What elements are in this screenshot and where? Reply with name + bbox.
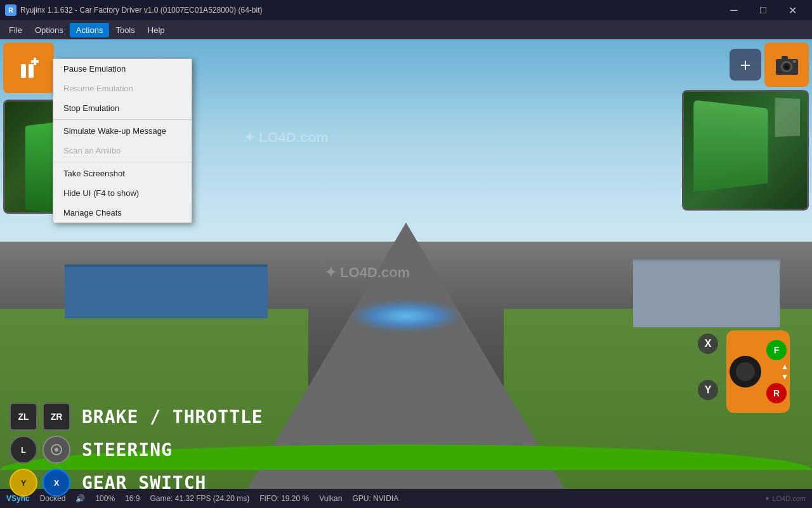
portal-effect: [349, 300, 463, 332]
stick-knob: [736, 362, 755, 381]
menu-tools[interactable]: Tools: [109, 23, 141, 37]
actions-dropdown-menu: Pause Emulation Resume Emulation Stop Em…: [53, 58, 192, 223]
menu-actions[interactable]: Actions: [70, 23, 110, 37]
f-button[interactable]: F: [766, 340, 787, 360]
camera-icon: [773, 51, 801, 79]
close-button[interactable]: ✕: [778, 0, 807, 20]
up-arrow-icon: ▲: [781, 362, 789, 371]
l-button: L: [10, 436, 37, 464]
minimize-button[interactable]: ─: [719, 0, 749, 20]
brake-label: BRAKE / THROTTLE: [82, 407, 263, 427]
plus-icon: ＋: [737, 53, 754, 77]
svg-rect-12: [782, 56, 788, 60]
window-title: Ryujinx 1.1.632 - Car Factory Driver v1.…: [20, 6, 719, 15]
menu-resume-emulation: Resume Emulation: [53, 79, 192, 98]
menu-hide-ui[interactable]: Hide UI (F4 to show): [53, 183, 192, 203]
menu-stop-emulation[interactable]: Stop Emulation: [53, 98, 192, 118]
menubar: File Options Actions Tools Help: [0, 20, 812, 39]
gear-label: GEAR SWITCH: [82, 472, 206, 493]
building-left: [65, 264, 268, 318]
svg-text:R: R: [8, 7, 13, 14]
menu-file[interactable]: File: [3, 23, 29, 37]
steering-label: STEERING: [82, 440, 173, 460]
svg-rect-6: [21, 64, 26, 78]
hud-row-brake: ZL ZR BRAKE / THROTTLE: [0, 400, 812, 433]
menu-options[interactable]: Options: [29, 23, 70, 37]
y-hud-button: Y: [10, 469, 37, 497]
titlebar: R Ryujinx 1.1.632 - Car Factory Driver v…: [0, 0, 812, 20]
hud-row-gear: Y X GEAR SWITCH: [0, 466, 812, 499]
y-button[interactable]: Y: [698, 380, 718, 400]
menu-scan-amiibo: Scan an Amiibo: [53, 141, 192, 160]
x-button[interactable]: X: [698, 334, 718, 354]
svg-rect-7: [29, 64, 34, 78]
menu-help[interactable]: Help: [141, 23, 171, 37]
hud-row-steering: L STEERING: [0, 433, 812, 466]
thumbnail-right: [682, 90, 809, 211]
maximize-button[interactable]: □: [749, 0, 778, 20]
zl-button: ZL: [10, 403, 37, 431]
ls-button: [43, 436, 70, 464]
down-arrow-icon: ▼: [781, 372, 789, 381]
window-controls: ─ □ ✕: [719, 0, 807, 20]
camera-button[interactable]: [764, 42, 809, 87]
ls-icon: [50, 443, 63, 456]
hud-overlay: ZL ZR BRAKE / THROTTLE L STEERING Y X GE…: [0, 400, 812, 489]
building-right: [633, 259, 779, 327]
analog-stick[interactable]: [730, 356, 761, 388]
pause-button[interactable]: [3, 42, 54, 93]
svg-rect-5: [31, 60, 39, 63]
svg-point-15: [55, 448, 58, 452]
menu-divider-1: [53, 119, 192, 120]
pause-icon: [16, 55, 41, 81]
menu-pause-emulation[interactable]: Pause Emulation: [53, 59, 192, 79]
svg-rect-13: [793, 60, 796, 63]
add-button[interactable]: ＋: [730, 49, 761, 81]
zr-button: ZR: [43, 403, 70, 431]
camera-controls-group: ＋: [730, 42, 809, 87]
app-icon: R: [5, 4, 16, 16]
menu-take-screenshot[interactable]: Take Screenshot: [53, 164, 192, 183]
x-hud-button: X: [43, 469, 70, 497]
menu-manage-cheats[interactable]: Manage Cheats: [53, 203, 192, 223]
svg-point-11: [785, 65, 789, 68]
menu-simulate-wake[interactable]: Simulate Wake-up Message: [53, 121, 192, 141]
top-right-overlay: ＋: [679, 39, 812, 214]
menu-divider-2: [53, 162, 192, 162]
